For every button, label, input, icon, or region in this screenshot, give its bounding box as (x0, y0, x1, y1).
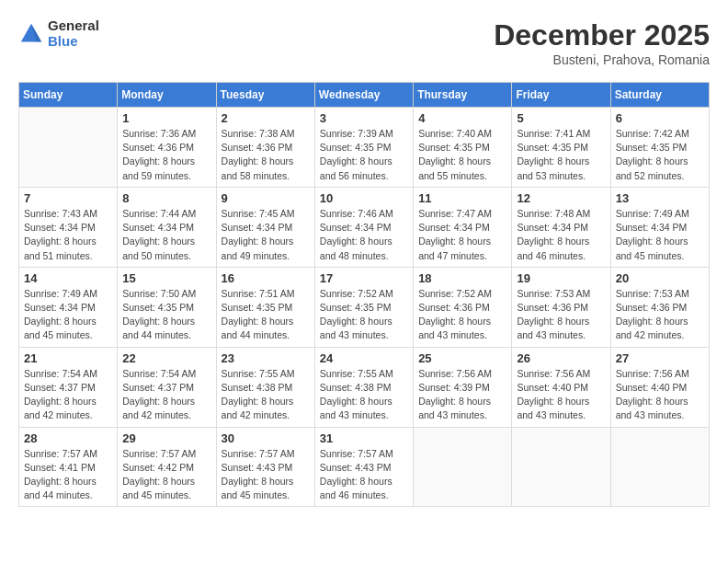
week-row-5: 28Sunrise: 7:57 AMSunset: 4:41 PMDayligh… (19, 427, 710, 507)
day-number: 2 (222, 111, 310, 125)
week-row-4: 21Sunrise: 7:54 AMSunset: 4:37 PMDayligh… (19, 347, 710, 427)
day-info: Sunrise: 7:43 AMSunset: 4:34 PMDaylight:… (24, 207, 112, 263)
calendar-cell: 23Sunrise: 7:55 AMSunset: 4:38 PMDayligh… (216, 347, 314, 427)
day-info: Sunrise: 7:45 AMSunset: 4:34 PMDaylight:… (222, 207, 310, 263)
calendar-cell: 18Sunrise: 7:52 AMSunset: 4:36 PMDayligh… (414, 267, 512, 347)
calendar-cell: 29Sunrise: 7:57 AMSunset: 4:42 PMDayligh… (118, 427, 216, 507)
day-number: 6 (616, 111, 704, 125)
day-number: 30 (222, 431, 310, 445)
day-info: Sunrise: 7:55 AMSunset: 4:38 PMDaylight:… (222, 367, 310, 423)
day-number: 20 (616, 271, 704, 285)
day-number: 4 (418, 111, 506, 125)
day-number: 29 (122, 431, 210, 445)
day-info: Sunrise: 7:47 AMSunset: 4:34 PMDaylight:… (418, 207, 506, 263)
header-row: SundayMondayTuesdayWednesdayThursdayFrid… (19, 83, 710, 108)
calendar-cell: 13Sunrise: 7:49 AMSunset: 4:34 PMDayligh… (610, 187, 709, 267)
calendar-cell: 7Sunrise: 7:43 AMSunset: 4:34 PMDaylight… (19, 187, 118, 267)
day-number: 24 (320, 351, 408, 365)
calendar-cell: 6Sunrise: 7:42 AMSunset: 4:35 PMDaylight… (610, 108, 709, 188)
day-info: Sunrise: 7:55 AMSunset: 4:38 PMDaylight:… (320, 367, 408, 423)
header-day-tuesday: Tuesday (216, 83, 314, 108)
calendar-cell: 15Sunrise: 7:50 AMSunset: 4:35 PMDayligh… (118, 267, 216, 347)
day-number: 27 (616, 351, 704, 365)
day-info: Sunrise: 7:46 AMSunset: 4:34 PMDaylight:… (320, 207, 408, 263)
calendar-cell: 3Sunrise: 7:39 AMSunset: 4:35 PMDaylight… (314, 108, 413, 188)
calendar-cell: 14Sunrise: 7:49 AMSunset: 4:34 PMDayligh… (19, 267, 118, 347)
day-info: Sunrise: 7:57 AMSunset: 4:42 PMDaylight:… (122, 447, 210, 503)
logo: General Blue (18, 18, 99, 49)
day-info: Sunrise: 7:49 AMSunset: 4:34 PMDaylight:… (616, 207, 704, 263)
header-day-sunday: Sunday (19, 83, 118, 108)
title-block: December 2025 Busteni, Prahova, Romania (494, 18, 710, 67)
calendar-body: 1Sunrise: 7:36 AMSunset: 4:36 PMDaylight… (19, 108, 710, 507)
day-info: Sunrise: 7:52 AMSunset: 4:35 PMDaylight:… (320, 287, 408, 343)
calendar-cell: 21Sunrise: 7:54 AMSunset: 4:37 PMDayligh… (19, 347, 118, 427)
calendar-cell: 22Sunrise: 7:54 AMSunset: 4:37 PMDayligh… (118, 347, 216, 427)
day-info: Sunrise: 7:57 AMSunset: 4:43 PMDaylight:… (222, 447, 310, 503)
header-day-monday: Monday (118, 83, 216, 108)
day-number: 11 (418, 191, 506, 205)
calendar-cell: 25Sunrise: 7:56 AMSunset: 4:39 PMDayligh… (414, 347, 512, 427)
calendar-cell: 11Sunrise: 7:47 AMSunset: 4:34 PMDayligh… (414, 187, 512, 267)
day-info: Sunrise: 7:57 AMSunset: 4:43 PMDaylight:… (320, 447, 408, 503)
day-number: 25 (418, 351, 506, 365)
calendar-cell: 8Sunrise: 7:44 AMSunset: 4:34 PMDaylight… (118, 187, 216, 267)
header-day-thursday: Thursday (414, 83, 512, 108)
day-number: 21 (24, 351, 112, 365)
calendar-cell (414, 427, 512, 507)
calendar-cell: 26Sunrise: 7:56 AMSunset: 4:40 PMDayligh… (512, 347, 610, 427)
day-info: Sunrise: 7:56 AMSunset: 4:40 PMDaylight:… (517, 367, 605, 423)
day-info: Sunrise: 7:52 AMSunset: 4:36 PMDaylight:… (418, 287, 506, 343)
calendar-cell: 12Sunrise: 7:48 AMSunset: 4:34 PMDayligh… (512, 187, 610, 267)
calendar-cell (19, 108, 118, 188)
day-info: Sunrise: 7:40 AMSunset: 4:35 PMDaylight:… (418, 127, 506, 183)
day-number: 12 (517, 191, 605, 205)
day-info: Sunrise: 7:41 AMSunset: 4:35 PMDaylight:… (517, 127, 605, 183)
calendar-cell: 17Sunrise: 7:52 AMSunset: 4:35 PMDayligh… (314, 267, 413, 347)
header-day-friday: Friday (512, 83, 610, 108)
day-info: Sunrise: 7:39 AMSunset: 4:35 PMDaylight:… (320, 127, 408, 183)
header-day-wednesday: Wednesday (314, 83, 413, 108)
day-info: Sunrise: 7:36 AMSunset: 4:36 PMDaylight:… (122, 127, 210, 183)
calendar-cell: 2Sunrise: 7:38 AMSunset: 4:36 PMDaylight… (216, 108, 314, 188)
calendar-cell: 31Sunrise: 7:57 AMSunset: 4:43 PMDayligh… (314, 427, 413, 507)
calendar-cell: 28Sunrise: 7:57 AMSunset: 4:41 PMDayligh… (19, 427, 118, 507)
day-number: 28 (24, 431, 112, 445)
day-number: 16 (222, 271, 310, 285)
calendar-cell (512, 427, 610, 507)
week-row-1: 1Sunrise: 7:36 AMSunset: 4:36 PMDaylight… (19, 108, 710, 188)
day-number: 26 (517, 351, 605, 365)
calendar-cell: 16Sunrise: 7:51 AMSunset: 4:35 PMDayligh… (216, 267, 314, 347)
day-info: Sunrise: 7:54 AMSunset: 4:37 PMDaylight:… (24, 367, 112, 423)
day-number: 7 (24, 191, 112, 205)
header-day-saturday: Saturday (610, 83, 709, 108)
day-number: 19 (517, 271, 605, 285)
day-info: Sunrise: 7:38 AMSunset: 4:36 PMDaylight:… (222, 127, 310, 183)
day-info: Sunrise: 7:49 AMSunset: 4:34 PMDaylight:… (24, 287, 112, 343)
day-number: 17 (320, 271, 408, 285)
day-info: Sunrise: 7:53 AMSunset: 4:36 PMDaylight:… (517, 287, 605, 343)
day-number: 1 (122, 111, 210, 125)
day-number: 14 (24, 271, 112, 285)
calendar-cell: 24Sunrise: 7:55 AMSunset: 4:38 PMDayligh… (314, 347, 413, 427)
day-number: 5 (517, 111, 605, 125)
day-info: Sunrise: 7:42 AMSunset: 4:35 PMDaylight:… (616, 127, 704, 183)
day-info: Sunrise: 7:53 AMSunset: 4:36 PMDaylight:… (616, 287, 704, 343)
day-number: 10 (320, 191, 408, 205)
calendar-table: SundayMondayTuesdayWednesdayThursdayFrid… (18, 82, 710, 507)
logo-icon (18, 21, 44, 47)
calendar-cell: 30Sunrise: 7:57 AMSunset: 4:43 PMDayligh… (216, 427, 314, 507)
calendar-cell: 19Sunrise: 7:53 AMSunset: 4:36 PMDayligh… (512, 267, 610, 347)
calendar-cell: 5Sunrise: 7:41 AMSunset: 4:35 PMDaylight… (512, 108, 610, 188)
logo-general-text: General (48, 18, 99, 34)
calendar-cell: 27Sunrise: 7:56 AMSunset: 4:40 PMDayligh… (610, 347, 709, 427)
day-info: Sunrise: 7:51 AMSunset: 4:35 PMDaylight:… (222, 287, 310, 343)
day-info: Sunrise: 7:48 AMSunset: 4:34 PMDaylight:… (517, 207, 605, 263)
page-header: General Blue December 2025 Busteni, Prah… (18, 18, 710, 67)
day-number: 13 (616, 191, 704, 205)
calendar-cell: 20Sunrise: 7:53 AMSunset: 4:36 PMDayligh… (610, 267, 709, 347)
day-info: Sunrise: 7:57 AMSunset: 4:41 PMDaylight:… (24, 447, 112, 503)
day-number: 22 (122, 351, 210, 365)
day-number: 15 (122, 271, 210, 285)
week-row-2: 7Sunrise: 7:43 AMSunset: 4:34 PMDaylight… (19, 187, 710, 267)
